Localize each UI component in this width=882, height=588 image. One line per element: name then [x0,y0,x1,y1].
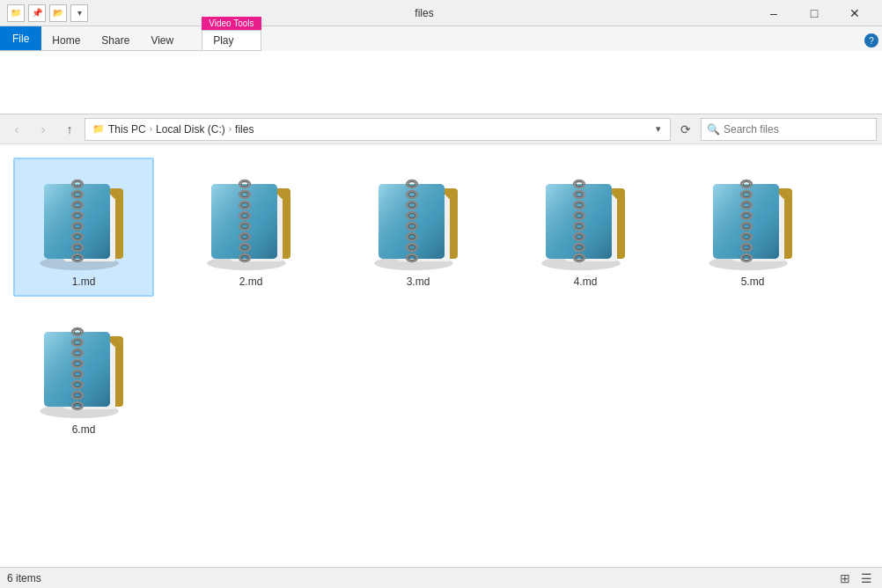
breadcrumb-this-pc[interactable]: This PC [108,123,146,136]
breadcrumb-arrow-2: › [229,124,232,134]
file-name: 1.md [72,276,96,288]
main-content: 1.md2.md3.md4.md5.md6.md [0,144,882,567]
up-icon: ↑ [67,122,73,136]
large-icons-view-button[interactable]: ⊞ [836,570,854,587]
svg-rect-211 [44,332,110,407]
video-tools-label: Video Tools [202,17,261,30]
close-button[interactable]: ✕ [834,0,875,26]
tab-play[interactable]: Play [202,30,261,50]
notebook-icon [533,166,638,272]
address-dropdown-button[interactable]: ▾ [654,123,663,135]
svg-rect-173 [713,184,779,259]
item-count: 6 items [7,572,41,584]
refresh-icon: ⟳ [680,122,691,136]
ribbon-content [0,51,882,114]
file-item[interactable]: 1.md [13,158,154,297]
file-item[interactable]: 3.md [348,158,489,297]
file-view: 1.md2.md3.md4.md5.md6.md [0,144,882,567]
address-folder-icon: 📁 [92,123,105,135]
details-view-button[interactable]: ☰ [857,570,875,587]
minimize-button[interactable]: – [753,0,794,26]
file-item[interactable]: 4.md [515,158,656,297]
dropdown-icon[interactable]: ▾ [70,4,88,22]
window-controls: – □ ✕ [753,0,875,26]
up-button[interactable]: ↑ [58,118,81,141]
notebook-icon [31,314,136,420]
tab-share[interactable]: Share [91,31,140,50]
back-button[interactable]: ‹ [5,118,28,141]
title-bar-icons: 📁 📌 📂 ▾ [7,4,88,22]
quick-access-icon[interactable]: 📁 [7,4,25,22]
breadcrumb-local-disk[interactable]: Local Disk (C:) [156,123,225,136]
back-icon: ‹ [15,122,19,136]
address-bar[interactable]: 📁 This PC › Local Disk (C:) › files ▾ [85,118,671,141]
notebook-icon [31,166,136,272]
search-input[interactable] [724,123,871,136]
forward-icon: › [41,122,46,136]
tab-home[interactable]: Home [41,31,91,50]
file-item[interactable]: 5.md [682,158,823,297]
maximize-button[interactable]: □ [794,0,834,26]
status-bar: 6 items ⊞ ☰ [0,567,882,588]
notebook-icon [198,166,304,272]
refresh-button[interactable]: ⟳ [674,118,697,141]
file-grid: 1.md2.md3.md4.md5.md6.md [9,153,873,449]
forward-button[interactable]: › [32,118,55,141]
search-bar[interactable]: 🔍 [701,118,877,141]
toolbar: ‹ › ↑ 📁 This PC › Local Disk (C:) › file… [0,114,882,144]
tab-file[interactable]: File [0,26,41,50]
breadcrumb-files: files [235,123,254,136]
tab-view[interactable]: View [140,31,184,50]
folder-icon[interactable]: 📂 [49,4,67,22]
file-name: 5.md [741,276,765,288]
help-button[interactable]: ? [864,33,878,48]
file-item[interactable]: 2.md [180,158,321,297]
file-name: 6.md [72,423,96,436]
svg-rect-21 [44,184,110,259]
file-name: 2.md [239,276,263,288]
notebook-icon [700,166,805,272]
view-controls: ⊞ ☰ [836,570,875,587]
details-icon: ☰ [861,571,872,585]
file-name: 4.md [574,276,598,288]
large-icons-icon: ⊞ [840,571,850,585]
svg-rect-135 [546,184,612,259]
file-name: 3.md [407,276,430,288]
notebook-icon [365,166,471,272]
title-bar: 📁 📌 📂 ▾ files – □ ✕ [0,0,882,26]
breadcrumb-arrow-1: › [150,124,152,134]
file-item[interactable]: 6.md [13,305,154,445]
window-title: files [95,7,753,19]
svg-rect-97 [379,184,445,259]
search-icon: 🔍 [707,123,720,136]
pin-icon[interactable]: 📌 [28,4,46,22]
svg-rect-59 [211,184,277,259]
